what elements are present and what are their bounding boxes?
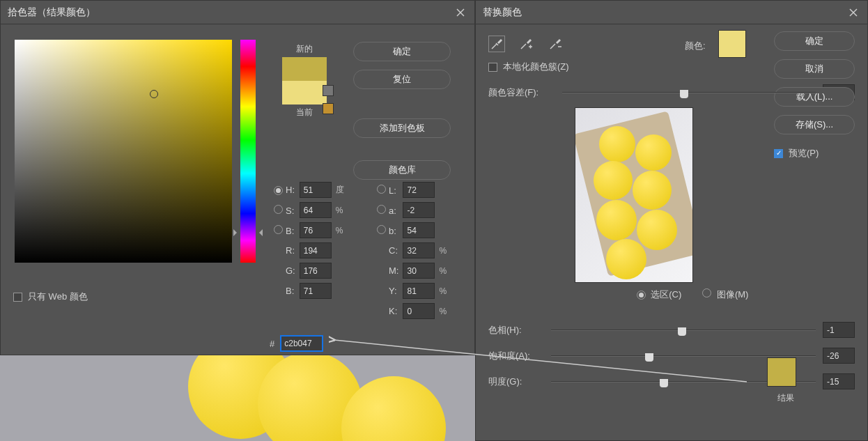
hex-input[interactable] — [280, 335, 323, 352]
replace-buttons: 确定 取消 载入(L)... 存储(S)... 预览(P) — [774, 31, 855, 171]
preview-mode: 选区(C) 图像(M) — [488, 288, 855, 301]
c-input[interactable] — [403, 242, 435, 258]
hue-slider[interactable] — [240, 40, 256, 263]
eyedropper-subtract-icon[interactable] — [547, 36, 564, 52]
radio-lab-b[interactable] — [377, 225, 386, 234]
radio-b[interactable] — [274, 225, 283, 234]
replace-titlebar: 替换颜色 — [476, 1, 867, 24]
preview-checkbox[interactable] — [774, 149, 783, 158]
hue-slider[interactable] — [551, 325, 816, 335]
hex-row: # — [270, 335, 323, 352]
r-input[interactable] — [300, 242, 332, 258]
reset-button[interactable]: 复位 — [353, 70, 451, 89]
replace-color-dialog: 替换颜色 颜色: 确定 取消 载入(L)... 存储(S)... 预览(P) 本… — [475, 0, 868, 441]
lab-b-input[interactable] — [403, 222, 435, 238]
source-color-swatch[interactable] — [718, 30, 746, 58]
gamut-warning-icon[interactable] — [323, 85, 334, 96]
websafe-swatch-icon[interactable] — [323, 103, 334, 114]
ok-button[interactable]: 确定 — [353, 42, 451, 61]
close-icon[interactable] — [454, 6, 467, 20]
web-only-checkbox[interactable] — [13, 293, 22, 302]
l-input[interactable] — [403, 182, 435, 198]
h-input[interactable] — [300, 182, 332, 198]
radio-s[interactable] — [274, 205, 283, 214]
hsb-adjust: 色相(H): 饱和度(A): 明度(G): — [488, 322, 855, 389]
b-input[interactable] — [300, 222, 332, 238]
new-color-swatch — [282, 57, 327, 81]
cancel-button[interactable]: 取消 — [774, 59, 855, 79]
localize-checkbox[interactable] — [488, 63, 497, 72]
hsb-rgb-fields: H: 度 S: % B: % R: G: B: — [274, 182, 348, 299]
color-label: 颜色: — [685, 40, 706, 52]
radio-image[interactable] — [702, 288, 711, 297]
result-label: 结果 — [777, 392, 794, 404]
radio-selection[interactable] — [637, 291, 646, 300]
eyedropper-icon[interactable] — [488, 36, 505, 52]
ok-button[interactable]: 确定 — [774, 31, 855, 51]
save-button[interactable]: 存储(S)... — [774, 115, 855, 134]
color-lib-button[interactable]: 颜色库 — [353, 160, 451, 180]
a-input[interactable] — [403, 202, 435, 218]
new-label: 新的 — [264, 43, 345, 55]
result-color-swatch[interactable] — [767, 357, 796, 387]
y-input[interactable] — [403, 283, 435, 299]
color-picker-dialog: 拾色器（结果颜色） 新的 当前 确定 复位 添加到色板 颜色库 H: 度 S: … — [0, 0, 475, 355]
picker-titlebar: 拾色器（结果颜色） — [1, 1, 474, 24]
preview-image[interactable] — [575, 107, 693, 283]
sv-cursor — [150, 90, 158, 98]
g-input[interactable] — [300, 263, 332, 279]
add-swatch-button[interactable]: 添加到色板 — [353, 118, 451, 138]
canvas-image — [0, 355, 475, 441]
picker-title: 拾色器（结果颜色） — [8, 6, 95, 19]
replace-title: 替换颜色 — [483, 6, 522, 19]
radio-h[interactable] — [274, 186, 283, 195]
sv-field[interactable] — [15, 40, 232, 263]
hue-input[interactable] — [823, 322, 855, 338]
m-input[interactable] — [403, 263, 435, 279]
fuzziness-slider[interactable] — [562, 88, 816, 98]
k-input[interactable] — [403, 303, 435, 319]
radio-l[interactable] — [377, 185, 386, 194]
s-input[interactable] — [300, 202, 332, 218]
current-color-swatch[interactable] — [282, 81, 327, 105]
lig-input[interactable] — [823, 373, 855, 389]
close-icon[interactable] — [846, 6, 860, 20]
sat-input[interactable] — [823, 348, 855, 364]
lab-cmyk-fields: L: a: b: C: % M: % Y: % K: % — [377, 182, 456, 319]
eyedropper-add-icon[interactable] — [518, 36, 534, 52]
replace-body: 颜色: 确定 取消 载入(L)... 存储(S)... 预览(P) 本地化颜色簇… — [476, 24, 867, 440]
radio-a[interactable] — [377, 205, 386, 214]
web-only-row: 只有 Web 颜色 — [13, 291, 88, 303]
rgb-b-input[interactable] — [300, 283, 332, 299]
